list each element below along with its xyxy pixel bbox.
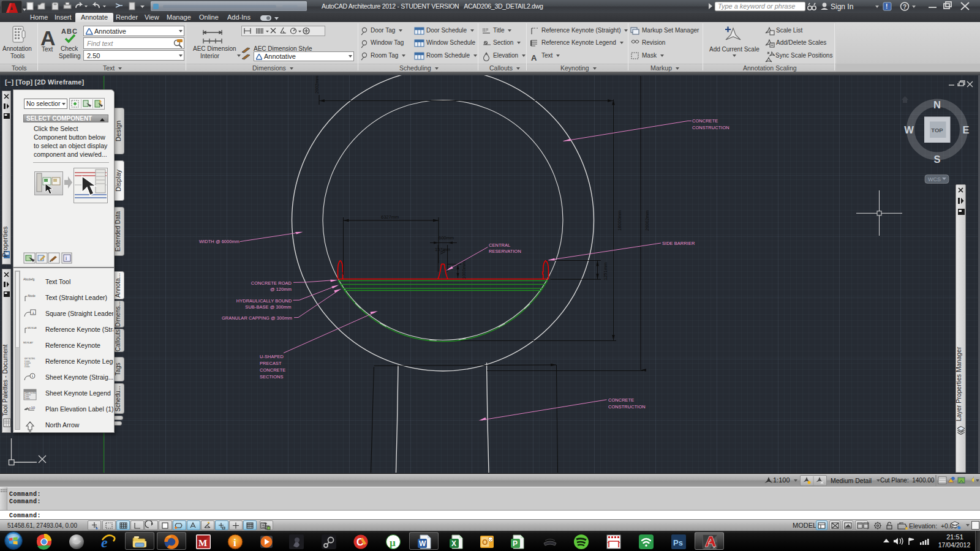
svg-text:S: S bbox=[933, 154, 940, 165]
svg-text:N: N bbox=[933, 99, 941, 110]
svg-text:CONSTRUCTION: CONSTRUCTION bbox=[608, 404, 646, 410]
svg-text:O: O bbox=[482, 538, 488, 547]
svg-text:1251mm: 1251mm bbox=[603, 263, 608, 280]
svg-text:E: E bbox=[962, 124, 969, 135]
svg-text:1000mm: 1000mm bbox=[461, 261, 467, 279]
svg-text:Abcde: Abcde bbox=[28, 294, 36, 298]
svg-text:600mm: 600mm bbox=[439, 235, 454, 241]
svg-text:W: W bbox=[904, 124, 914, 135]
svg-text:4 xxxx: 4 xxxx bbox=[24, 365, 30, 368]
svg-text:SUB-BASE @ 300mm: SUB-BASE @ 300mm bbox=[245, 304, 291, 310]
svg-text:X: X bbox=[451, 539, 456, 548]
svg-text:CONSTRUCTION: CONSTRUCTION bbox=[692, 125, 729, 130]
svg-text:Sign In: Sign In bbox=[831, 2, 853, 11]
svg-text:2002mm: 2002mm bbox=[314, 76, 320, 94]
svg-text:6327mm: 6327mm bbox=[381, 214, 399, 220]
svg-text:3 xxxxx: 3 xxxxx bbox=[24, 397, 30, 400]
svg-text:i: i bbox=[233, 537, 236, 549]
svg-text:Type a keyword or phrase: Type a keyword or phrase bbox=[718, 2, 795, 10]
svg-text:µ: µ bbox=[390, 537, 396, 549]
svg-text:A: A bbox=[713, 545, 715, 549]
svg-text:SECTIONS: SECTIONS bbox=[260, 374, 284, 380]
svg-text:SIDE BARRIER: SIDE BARRIER bbox=[662, 241, 695, 246]
svg-text:P: P bbox=[513, 539, 518, 548]
svg-text:?: ? bbox=[903, 4, 907, 10]
svg-text:Ps: Ps bbox=[673, 538, 683, 547]
svg-text:U-SHAPED: U-SHAPED bbox=[260, 354, 284, 359]
svg-text:CONCRETE: CONCRETE bbox=[260, 367, 285, 373]
svg-text:WCS: WCS bbox=[928, 176, 941, 182]
svg-text:M: M bbox=[198, 538, 207, 548]
svg-text:1: 1 bbox=[32, 374, 34, 378]
svg-text:16000mm: 16000mm bbox=[617, 211, 622, 231]
svg-text:WIDTH @ 6000mm: WIDTH @ 6000mm bbox=[199, 239, 239, 244]
svg-text:+10: +10 bbox=[29, 406, 36, 410]
svg-text:CONCRETE: CONCRETE bbox=[608, 397, 634, 403]
svg-text:!: ! bbox=[886, 3, 888, 10]
svg-text:CONCRETE ROAD: CONCRETE ROAD bbox=[251, 280, 292, 286]
svg-text:20002mm: 20002mm bbox=[644, 211, 650, 231]
svg-text:W: W bbox=[419, 539, 426, 548]
svg-text:GRANULAR CAPPING @ 300mm: GRANULAR CAPPING @ 300mm bbox=[222, 315, 292, 321]
svg-text:HYDRAULICALLY BOUND: HYDRAULICALLY BOUND bbox=[236, 298, 292, 304]
svg-text:A: A bbox=[531, 53, 537, 62]
svg-text:MDSLAY: MDSLAY bbox=[28, 326, 37, 329]
svg-text:157mm: 157mm bbox=[435, 247, 450, 252]
svg-text:@ 120mm: @ 120mm bbox=[270, 287, 292, 292]
svg-text:CONCRETE: CONCRETE bbox=[692, 118, 718, 124]
svg-text:i: i bbox=[66, 255, 67, 261]
svg-text:PRECAST: PRECAST bbox=[260, 361, 282, 366]
svg-text:RESERVATION: RESERVATION bbox=[489, 249, 521, 254]
svg-text:TOP: TOP bbox=[931, 127, 943, 133]
svg-text:CENTRAL: CENTRAL bbox=[489, 242, 510, 248]
